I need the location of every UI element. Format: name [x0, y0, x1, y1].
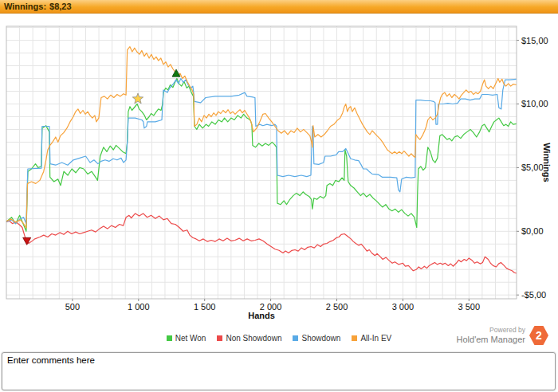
holdem-manager-text: Hold'em Manager: [457, 335, 525, 345]
y-tick-10: $10,00: [521, 99, 548, 108]
legend-swatch-icon: [352, 335, 357, 341]
legend-item-net-won[interactable]: Net Won: [167, 334, 206, 343]
chart-series: [6, 47, 517, 273]
legend-item-non-showdown[interactable]: Non Showdown: [217, 334, 281, 343]
x-tick-1500: 1 500: [194, 302, 216, 312]
x-axis-title: Hands: [248, 311, 275, 320]
star-marker: [132, 93, 143, 104]
legend-swatch-icon: [167, 335, 172, 341]
plot-border: [6, 26, 517, 299]
legend-swatch-icon: [217, 335, 222, 341]
winnings-value: $8,23: [49, 2, 72, 11]
biggest-win-marker: [172, 69, 180, 76]
chart-gridlines: [6, 26, 517, 299]
holdem-manager-2-badge-icon: 2: [529, 326, 548, 345]
legend-label: All-In EV: [360, 334, 391, 343]
y-tick--5: -$5,00: [521, 290, 546, 300]
y-tick-15: $15,00: [521, 36, 548, 45]
legend-label: Net Won: [175, 334, 206, 343]
holdem-manager-branding: Powered by Hold'em Manager 2: [457, 326, 548, 345]
y-axis-title: Winnings: [542, 143, 552, 182]
y-tick-0: $0,00: [521, 226, 544, 236]
winnings-chart: 5001 0001 5002 0002 5003 0003 500 $15,00…: [0, 14, 558, 352]
x-tick-2500: 2 500: [326, 302, 348, 312]
x-axis-ticks: 5001 0001 5002 0002 5003 0003 500: [65, 299, 480, 312]
x-tick-1000: 1 000: [128, 302, 150, 312]
y-tick-5: $5,00: [521, 163, 544, 172]
legend-item-showdown[interactable]: Showdown: [293, 334, 340, 343]
legend-swatch-icon: [293, 335, 298, 341]
holdem-manager-graph-window: Winnings: $8,23 5001 0001 5002 0002 5003…: [0, 0, 558, 392]
x-tick-3000: 3 000: [392, 302, 415, 312]
comments-input[interactable]: Enter comments here: [2, 352, 556, 390]
legend-item-all-in-ev[interactable]: All-In EV: [352, 334, 391, 343]
winnings-label: Winnings:: [4, 2, 46, 11]
x-tick-500: 500: [65, 302, 80, 312]
legend-label: Non Showdown: [226, 334, 281, 343]
legend-label: Showdown: [301, 334, 340, 343]
series-non-showdown: [6, 214, 517, 273]
x-tick-3500: 3 500: [458, 302, 481, 312]
winnings-title-bar: Winnings: $8,23: [0, 0, 558, 14]
powered-by-text: Powered by: [489, 327, 525, 335]
